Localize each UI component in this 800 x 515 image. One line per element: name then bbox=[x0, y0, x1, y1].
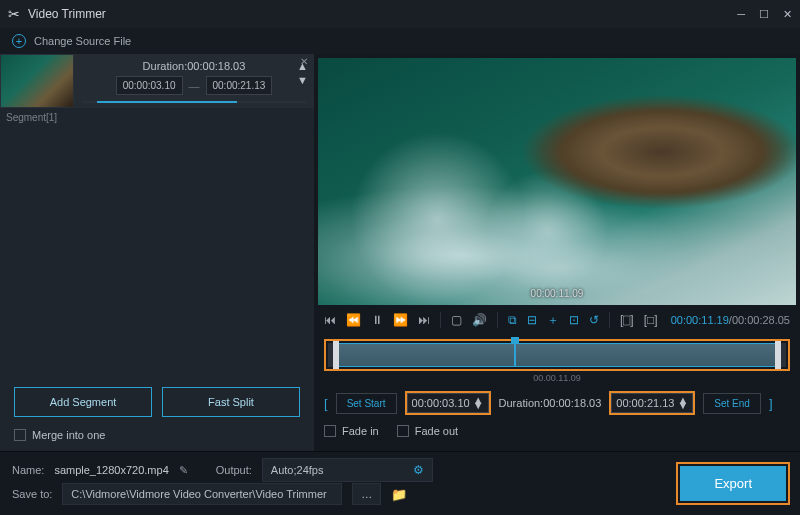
minimize-button[interactable]: ─ bbox=[737, 8, 745, 21]
output-value: Auto;24fps bbox=[271, 464, 324, 476]
segment-label: Segment[1] bbox=[0, 108, 314, 127]
bracket-right-icon[interactable]: ] bbox=[769, 396, 773, 411]
playhead[interactable] bbox=[511, 337, 519, 343]
end-time-highlight: 00:00:21.13 ▲▼ bbox=[609, 391, 695, 415]
segment-thumbnail[interactable] bbox=[0, 54, 74, 108]
segment-end-input[interactable]: 00:00:21.13 bbox=[206, 76, 273, 95]
skip-end-icon[interactable]: ⏭ bbox=[418, 313, 430, 327]
snapshot-icon[interactable]: ▢ bbox=[451, 313, 462, 327]
merge-checkbox[interactable]: Merge into one bbox=[14, 429, 300, 441]
bracket-left-icon[interactable]: [ bbox=[324, 396, 328, 411]
fade-out-label: Fade out bbox=[415, 425, 458, 437]
video-preview[interactable]: 00:00:11.09 bbox=[318, 58, 796, 305]
toolbar: + Change Source File bbox=[0, 28, 800, 54]
current-time: 00:00:11.19 bbox=[671, 314, 729, 326]
preview-time-overlay: 00:00:11.09 bbox=[531, 288, 584, 299]
output-label: Output: bbox=[216, 464, 252, 476]
timeline-handle-left[interactable] bbox=[333, 341, 339, 369]
save-label: Save to: bbox=[12, 488, 52, 500]
start-time-input[interactable]: 00:00:03.10 ▲▼ bbox=[407, 393, 489, 413]
timeline-highlight bbox=[324, 339, 790, 371]
set-start-button[interactable]: Set Start bbox=[336, 393, 397, 414]
fast-split-button[interactable]: Fast Split bbox=[162, 387, 300, 417]
copy-segment-icon[interactable]: ⧉ bbox=[508, 313, 517, 327]
bracket-out-icon[interactable]: [□] bbox=[644, 313, 658, 327]
step-back-icon[interactable]: ⏪ bbox=[346, 313, 361, 327]
delete-segment-icon[interactable]: ⊟ bbox=[527, 313, 537, 327]
volume-icon[interactable]: 🔊 bbox=[472, 313, 487, 327]
save-path-box[interactable]: C:\Vidmore\Vidmore Video Converter\Video… bbox=[62, 483, 342, 505]
checkbox-box[interactable] bbox=[14, 429, 26, 441]
fade-out-checkbox[interactable]: Fade out bbox=[397, 425, 458, 437]
change-source-link[interactable]: Change Source File bbox=[34, 35, 131, 47]
timeline[interactable] bbox=[328, 343, 786, 367]
close-button[interactable]: ✕ bbox=[783, 8, 792, 21]
trim-duration-label: Duration: bbox=[499, 397, 544, 409]
fade-in-checkbox[interactable]: Fade in bbox=[324, 425, 379, 437]
total-time: 00:00:28.05 bbox=[732, 314, 790, 326]
spin-down-icon[interactable]: ▼ bbox=[677, 403, 688, 408]
timeline-handle-right[interactable] bbox=[775, 341, 781, 369]
name-label: Name: bbox=[12, 464, 44, 476]
add-cut-icon[interactable]: ＋ bbox=[547, 312, 559, 329]
segment-info: ✕ Duration:00:00:18.03 00:00:03.10 — 00:… bbox=[74, 54, 314, 108]
chevron-down-icon[interactable]: ▼ bbox=[297, 74, 308, 86]
open-folder-icon[interactable]: 📁 bbox=[391, 487, 407, 502]
export-button[interactable]: Export bbox=[680, 466, 786, 501]
bottom-bar: Name: sample_1280x720.mp4 ✎ Output: Auto… bbox=[0, 451, 800, 515]
titlebar: ✂ Video Trimmer ─ ☐ ✕ bbox=[0, 0, 800, 28]
timeline-selection[interactable] bbox=[333, 343, 782, 367]
set-end-button[interactable]: Set End bbox=[703, 393, 761, 414]
step-forward-icon[interactable]: ⏩ bbox=[393, 313, 408, 327]
timeline-under-label: 00.00.11.09 bbox=[324, 373, 790, 383]
cut-out-icon[interactable]: ⊡ bbox=[569, 313, 579, 327]
duration-label: Duration: bbox=[143, 60, 188, 72]
add-segment-button[interactable]: Add Segment bbox=[14, 387, 152, 417]
segment-progress bbox=[82, 101, 306, 103]
edit-name-icon[interactable]: ✎ bbox=[179, 464, 188, 477]
range-dash: — bbox=[189, 80, 200, 92]
fade-in-label: Fade in bbox=[342, 425, 379, 437]
export-highlight: Export bbox=[676, 462, 790, 505]
start-time-highlight: 00:00:03.10 ▲▼ bbox=[405, 391, 491, 415]
player-controls: ⏮ ⏪ ⏸ ⏩ ⏭ ▢ 🔊 ⧉ ⊟ ＋ ⊡ ↺ [⎕] [□] bbox=[314, 305, 800, 335]
chevron-up-icon[interactable]: ▲ bbox=[297, 60, 308, 72]
checkbox-box[interactable] bbox=[397, 425, 409, 437]
plus-icon[interactable]: + bbox=[12, 34, 26, 48]
end-time-input[interactable]: 00:00:21.13 ▲▼ bbox=[611, 393, 693, 413]
name-value: sample_1280x720.mp4 bbox=[54, 464, 168, 476]
trim-duration-value: 00:00:18.03 bbox=[543, 397, 601, 409]
bracket-in-icon[interactable]: [⎕] bbox=[620, 313, 634, 327]
spin-down-icon[interactable]: ▼ bbox=[473, 403, 484, 408]
sidebar: ✕ Duration:00:00:18.03 00:00:03.10 — 00:… bbox=[0, 54, 314, 451]
merge-label: Merge into one bbox=[32, 429, 105, 441]
skip-start-icon[interactable]: ⏮ bbox=[324, 313, 336, 327]
gear-icon[interactable]: ⚙ bbox=[413, 463, 424, 477]
scissors-icon: ✂ bbox=[8, 6, 20, 22]
browse-button[interactable]: … bbox=[352, 483, 381, 505]
segment-row[interactable]: ✕ Duration:00:00:18.03 00:00:03.10 — 00:… bbox=[0, 54, 314, 108]
window-title: Video Trimmer bbox=[28, 7, 106, 21]
play-pause-icon[interactable]: ⏸ bbox=[371, 313, 383, 327]
duration-value: 00:00:18.03 bbox=[187, 60, 245, 72]
segment-start-input[interactable]: 00:00:03.10 bbox=[116, 76, 183, 95]
reset-icon[interactable]: ↺ bbox=[589, 313, 599, 327]
maximize-button[interactable]: ☐ bbox=[759, 8, 769, 21]
editor-pane: 00:00:11.09 ⏮ ⏪ ⏸ ⏩ ⏭ ▢ 🔊 ⧉ ⊟ ＋ ⊡ ↺ bbox=[314, 54, 800, 451]
checkbox-box[interactable] bbox=[324, 425, 336, 437]
output-select[interactable]: Auto;24fps ⚙ bbox=[262, 458, 434, 482]
